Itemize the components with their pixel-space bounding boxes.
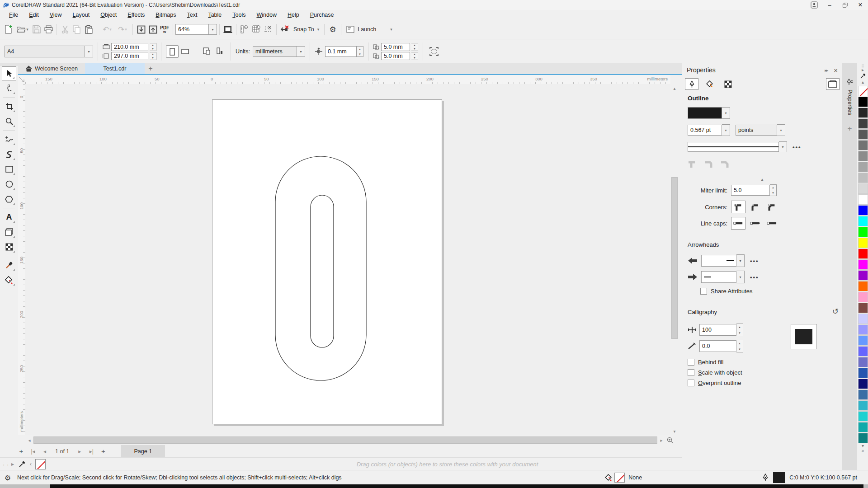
menu-window[interactable]: Window xyxy=(251,11,282,19)
units-combo[interactable]: millimeters ▾ xyxy=(253,46,305,57)
polygon-tool-icon[interactable] xyxy=(2,192,16,206)
palette-swatch[interactable] xyxy=(858,183,868,194)
palette-swatch[interactable] xyxy=(858,162,868,172)
launch-dropdown[interactable]: Launch ▾ xyxy=(344,26,395,33)
menu-table[interactable]: Table xyxy=(203,11,227,19)
palette-swatch[interactable] xyxy=(858,270,868,281)
palette-swatch[interactable] xyxy=(858,194,868,205)
next-page-icon[interactable]: ▸ xyxy=(74,446,85,457)
zoom-level-combo[interactable]: 64% ▾ xyxy=(175,24,217,35)
first-page-icon[interactable]: |◂ xyxy=(27,446,39,457)
pick-tool-icon[interactable] xyxy=(2,66,16,80)
page-width-field[interactable]: 210.0 mm xyxy=(111,43,148,51)
docker-outline-icon[interactable] xyxy=(847,79,853,87)
paste-button[interactable] xyxy=(83,23,94,35)
zoom-tool-icon[interactable] xyxy=(2,114,16,128)
palette-swatch[interactable] xyxy=(858,433,868,443)
close-button[interactable]: × xyxy=(853,0,868,10)
palette-flyout-arrow-icon[interactable]: ▸ xyxy=(862,67,864,72)
round-corner-button[interactable] xyxy=(748,201,762,213)
outline-color-swatch[interactable] xyxy=(773,472,785,483)
outline-width-combo[interactable]: 0.567 pt ▾ xyxy=(688,124,730,136)
palette-swatch[interactable] xyxy=(858,129,868,140)
palette-scroll-left-icon[interactable]: ‹ xyxy=(27,459,34,469)
cut-button[interactable] xyxy=(59,23,71,35)
palette-swatch[interactable] xyxy=(858,118,868,129)
show-guidelines-button[interactable] xyxy=(262,23,274,35)
palette-expand-icon[interactable]: » xyxy=(862,448,864,453)
save-button[interactable] xyxy=(31,23,42,35)
treat-as-filled-button[interactable] xyxy=(428,45,440,58)
ellipse-tool-icon[interactable] xyxy=(2,177,16,191)
palette-swatch-none[interactable] xyxy=(858,86,868,96)
horizontal-scrollbar[interactable]: ◂ ▸ xyxy=(25,435,682,445)
round-cap-button[interactable] xyxy=(748,217,762,230)
menu-help[interactable]: Help xyxy=(282,11,305,19)
palette-swatch[interactable] xyxy=(858,173,868,183)
add-page-button[interactable]: + xyxy=(15,446,27,457)
copy-button[interactable] xyxy=(71,23,83,35)
snap-to-dropdown[interactable]: Snap To ▾ xyxy=(291,26,322,33)
palette-swatch[interactable] xyxy=(858,400,868,411)
color-eyedropper-tool-icon[interactable] xyxy=(2,258,16,272)
scale-with-object-checkbox[interactable] xyxy=(688,369,694,376)
tab-welcome-screen[interactable]: Welcome Screen xyxy=(18,63,85,74)
nudge-distance-combo[interactable]: 0.1 mm ▲▼ xyxy=(325,46,363,57)
palette-swatch[interactable] xyxy=(858,140,868,150)
palette-swatch[interactable] xyxy=(858,324,868,335)
landscape-button[interactable] xyxy=(179,45,191,58)
bevel-corner-button[interactable] xyxy=(764,201,779,213)
palette-swatch[interactable] xyxy=(858,379,868,389)
import-button[interactable] xyxy=(135,23,147,35)
line-style-settings-icon[interactable]: ••• xyxy=(793,144,802,150)
page-size-combo[interactable]: A4 ▾ xyxy=(5,46,93,57)
menu-tools[interactable]: Tools xyxy=(227,11,251,19)
reset-calligraphy-icon[interactable]: ↺ xyxy=(832,307,839,316)
palette-eyedropper-icon[interactable] xyxy=(17,459,27,469)
duplicate-y-spinner[interactable]: ▲▼ xyxy=(411,52,418,60)
palette-swatch[interactable] xyxy=(858,335,868,346)
previous-page-icon[interactable]: ◂ xyxy=(39,446,51,457)
palette-swatch[interactable] xyxy=(858,238,868,248)
palette-swatch[interactable] xyxy=(858,422,868,432)
document-page[interactable] xyxy=(212,99,442,424)
publish-pdf-button[interactable]: PDFW xyxy=(159,23,170,35)
palette-swatch[interactable] xyxy=(858,205,868,216)
show-rulers-button[interactable] xyxy=(239,23,250,35)
show-grid-button[interactable] xyxy=(250,23,262,35)
square-cap-button[interactable] xyxy=(764,217,779,230)
palette-drag-handle[interactable]: ⋮⋮ xyxy=(2,462,8,466)
add-page-button-2[interactable]: + xyxy=(97,446,109,457)
fill-tab-icon[interactable] xyxy=(703,78,717,90)
menu-file[interactable]: File xyxy=(4,11,24,19)
fill-color-swatch[interactable] xyxy=(614,473,625,483)
palette-swatch[interactable] xyxy=(858,108,868,118)
palette-swatch[interactable] xyxy=(858,411,868,422)
redo-button[interactable]: ↷▾ xyxy=(115,23,130,35)
palette-grip[interactable]: ▒ xyxy=(862,64,864,67)
outline-color-combo[interactable]: ▾ xyxy=(688,107,837,119)
palette-swatch[interactable] xyxy=(858,314,868,324)
current-page-button[interactable] xyxy=(213,45,226,58)
page-height-spinner[interactable]: ▲▼ xyxy=(150,52,156,60)
end-arrowhead-settings-icon[interactable]: ••• xyxy=(750,274,759,281)
text-tool-icon[interactable]: A xyxy=(2,210,16,224)
tilt-angle-field[interactable]: 0.0 ▲▼ xyxy=(699,340,743,352)
drop-shadow-tool-icon[interactable] xyxy=(2,225,16,239)
palette-swatch[interactable] xyxy=(858,259,868,270)
palette-swatch[interactable] xyxy=(858,303,868,313)
outline-pen-icon[interactable] xyxy=(760,472,771,483)
transparency-tab-icon[interactable] xyxy=(721,78,735,90)
palette-swatch[interactable] xyxy=(858,97,868,107)
portrait-button[interactable] xyxy=(166,45,179,58)
palette-scroll-up-icon[interactable]: ▴ xyxy=(862,80,864,84)
menu-object[interactable]: Object xyxy=(95,11,122,19)
vertical-scrollbar[interactable]: ▴ ▾ xyxy=(670,84,679,435)
zero-glyph-drawing[interactable] xyxy=(212,100,442,424)
export-button[interactable] xyxy=(147,23,159,35)
docker-properties-tab[interactable]: Properties xyxy=(847,89,853,115)
palette-swatch[interactable] xyxy=(858,281,868,291)
undo-button[interactable]: ↶▾ xyxy=(99,23,115,35)
rectangle-tool-icon[interactable] xyxy=(2,162,16,176)
palette-swatch[interactable] xyxy=(858,249,868,259)
